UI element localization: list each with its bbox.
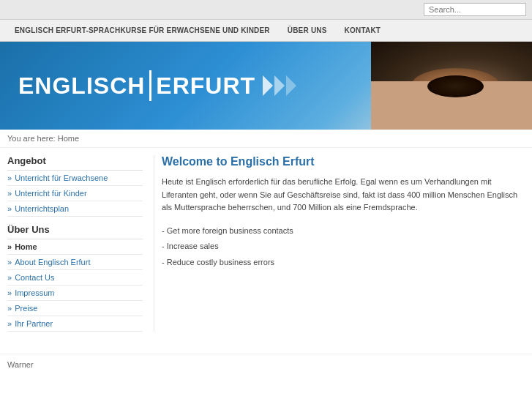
- sidebar-item-about[interactable]: About Englisch Erfurt: [7, 255, 143, 270]
- sidebar: Angebot Unterricht für Erwachsene Unterr…: [7, 155, 143, 332]
- sidebar-item-contact[interactable]: Contact Us: [7, 270, 143, 286]
- sidebar-link-unterrichtsplan[interactable]: Unterrichtsplan: [7, 204, 140, 213]
- sidebar-link-impressum[interactable]: Impressum: [7, 288, 140, 297]
- main-body: Heute ist Englisch erforderlich für das …: [162, 176, 525, 215]
- nav-item-contact[interactable]: KONTAKT: [336, 20, 390, 41]
- footer: Warner: [0, 354, 532, 375]
- sidebar-item-impressum[interactable]: Impressum: [7, 286, 143, 301]
- content-area: Angebot Unterricht für Erwachsene Unterr…: [0, 148, 532, 339]
- hero-logo: ENGLISCH ERFURT: [0, 56, 315, 116]
- sidebar-menu-angebot: Unterricht für Erwachsene Unterricht für…: [7, 170, 143, 217]
- top-bar: [0, 0, 532, 20]
- logo-divider: [149, 70, 151, 101]
- sidebar-link-erwachsene[interactable]: Unterricht für Erwachsene: [7, 174, 140, 182]
- breadcrumb: You are here: Home: [0, 130, 532, 148]
- eye-decoration: [371, 42, 532, 130]
- bullet-3: - Reduce costly business errors: [162, 255, 525, 271]
- bullet-1: - Get more foreign business contacts: [162, 223, 525, 239]
- sidebar-link-contact[interactable]: Contact Us: [7, 273, 140, 282]
- logo-arrows: [263, 75, 296, 96]
- sidebar-item-erwachsene[interactable]: Unterricht für Erwachsene: [7, 171, 143, 186]
- sidebar-item-home[interactable]: Home: [7, 239, 143, 255]
- main-title: Welcome to Englisch Erfurt: [162, 155, 525, 168]
- sidebar-item-ihr-partner[interactable]: Ihr Partner: [7, 316, 143, 332]
- arrow-icon-2: [274, 75, 285, 96]
- sidebar-section-angebot-title: Angebot: [7, 155, 143, 166]
- sidebar-item-preise[interactable]: Preise: [7, 301, 143, 316]
- nav-item-about[interactable]: ÜBER UNS: [279, 20, 336, 41]
- hero-banner: ENGLISCH ERFURT: [0, 42, 532, 130]
- sidebar-item-kinder[interactable]: Unterricht für Kinder: [7, 186, 143, 201]
- page-wrapper: ENGLISCH ERFURT-SPRACHKURSE FÜR ERWACHSE…: [0, 0, 532, 399]
- sidebar-link-ihr-partner[interactable]: Ihr Partner: [7, 319, 140, 328]
- arrow-icon-3: [286, 75, 296, 96]
- nav-item-main[interactable]: ENGLISCH ERFURT-SPRACHKURSE FÜR ERWACHSE…: [6, 20, 279, 41]
- hero-logo-text: ENGLISCH ERFURT: [18, 70, 296, 101]
- sidebar-link-home[interactable]: Home: [7, 242, 140, 251]
- sidebar-link-preise[interactable]: Preise: [7, 304, 140, 313]
- sidebar-link-kinder[interactable]: Unterricht für Kinder: [7, 189, 140, 198]
- skin-overlay: [371, 81, 532, 130]
- sidebar-link-about[interactable]: About Englisch Erfurt: [7, 258, 140, 266]
- main-content: Welcome to Englisch Erfurt Heute ist Eng…: [154, 155, 525, 332]
- sidebar-item-unterrichtsplan[interactable]: Unterrichtsplan: [7, 201, 143, 217]
- sidebar-section-uberuns-title: Über Uns: [7, 224, 143, 235]
- hero-person-image: [371, 42, 532, 130]
- main-bullets: - Get more foreign business contacts - I…: [162, 223, 525, 271]
- bullet-2: - Increase sales: [162, 239, 525, 255]
- nav-bar: ENGLISCH ERFURT-SPRACHKURSE FÜR ERWACHSE…: [0, 20, 532, 42]
- search-input[interactable]: [424, 3, 526, 16]
- logo-erfurt: ERFURT: [156, 72, 255, 100]
- sidebar-menu-uberuns: Home About Englisch Erfurt Contact Us Im…: [7, 239, 143, 332]
- logo-englisch: ENGLISCH: [18, 72, 145, 100]
- arrow-icon-1: [263, 75, 273, 96]
